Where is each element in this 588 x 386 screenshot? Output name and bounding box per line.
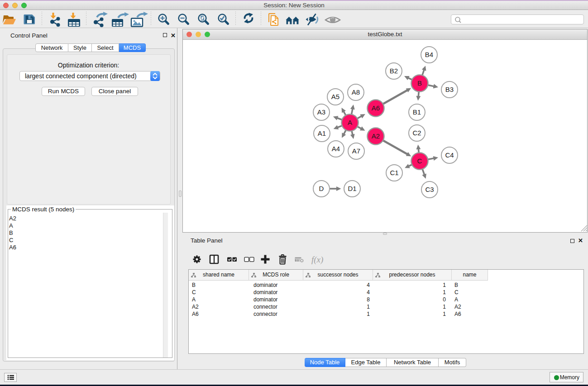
svg-text:C: C [417,157,422,165]
svg-text:B4: B4 [425,51,433,58]
svg-text:A2: A2 [372,132,380,140]
svg-text:A5: A5 [331,93,339,100]
svg-text:D: D [319,185,324,192]
svg-text:B: B [417,79,422,87]
svg-text:A4: A4 [332,145,340,152]
svg-text:A7: A7 [352,147,360,155]
svg-text:A3: A3 [317,108,325,116]
svg-text:C2: C2 [412,129,421,137]
svg-text:A8: A8 [352,88,360,96]
svg-text:B2: B2 [390,67,398,75]
svg-text:f(x): f(x) [311,255,323,265]
svg-text:C4: C4 [445,151,454,159]
svg-text:C3: C3 [425,186,434,193]
svg-text:C1: C1 [390,169,398,176]
svg-text:D1: D1 [348,185,356,192]
svg-text:B3: B3 [445,86,454,93]
svg-text:B1: B1 [413,108,421,116]
svg-text:A: A [348,119,352,126]
svg-text:A1: A1 [318,129,326,137]
svg-text:A6: A6 [372,104,380,112]
